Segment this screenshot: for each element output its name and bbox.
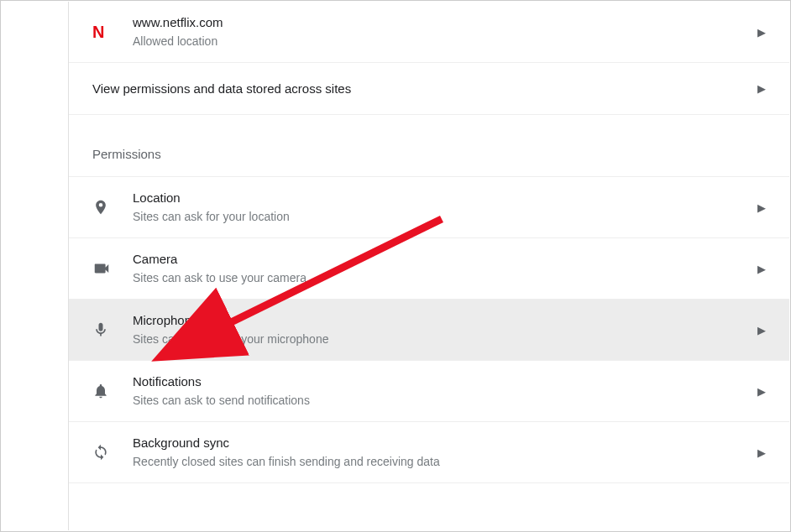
permission-subtitle: Sites can ask to use your camera <box>133 269 757 287</box>
permission-title: Background sync <box>133 434 757 451</box>
camera-icon <box>92 259 133 278</box>
permission-subtitle: Sites can ask to send notifications <box>133 392 757 409</box>
permission-title: Location <box>133 189 757 206</box>
recent-site-domain: www.netflix.com <box>133 13 757 31</box>
permission-row-location[interactable]: Location Sites can ask for your location… <box>69 176 789 238</box>
recent-site-row[interactable]: N www.netflix.com Allowed location ▶ <box>69 2 789 63</box>
permission-row-notifications[interactable]: Notifications Sites can ask to send noti… <box>69 361 789 422</box>
permission-subtitle: Sites can ask for your location <box>133 208 757 226</box>
permission-subtitle: Sites can ask to use your microphone <box>133 331 757 348</box>
chevron-right-icon: ▶ <box>757 263 773 275</box>
chevron-right-icon: ▶ <box>757 446 773 459</box>
location-icon <box>92 199 133 216</box>
settings-panel: N www.netflix.com Allowed location ▶ Vie… <box>68 2 789 530</box>
netflix-icon: N <box>92 23 133 42</box>
chevron-right-icon: ▶ <box>757 324 773 336</box>
permission-title: Notifications <box>133 373 757 390</box>
recent-site-status: Allowed location <box>133 33 757 50</box>
permission-row-microphone[interactable]: Microphone Sites can ask to use your mic… <box>69 300 789 361</box>
permission-title: Microphone <box>133 311 757 329</box>
view-all-permissions-row[interactable]: View permissions and data stored across … <box>69 63 789 115</box>
permission-row-background-sync[interactable]: Background sync Recently closed sites ca… <box>69 422 789 483</box>
microphone-icon <box>92 321 133 338</box>
chevron-right-icon: ▶ <box>757 26 773 39</box>
chevron-right-icon: ▶ <box>757 385 773 398</box>
notifications-icon <box>92 383 133 399</box>
permission-title: Camera <box>133 250 757 268</box>
permissions-section-header: Permissions <box>69 115 789 176</box>
view-all-label: View permissions and data stored across … <box>92 80 757 97</box>
permission-subtitle: Recently closed sites can finish sending… <box>133 453 757 471</box>
sync-icon <box>92 444 133 461</box>
permission-row-camera[interactable]: Camera Sites can ask to use your camera … <box>69 238 789 300</box>
chevron-right-icon: ▶ <box>757 82 773 95</box>
chevron-right-icon: ▶ <box>757 201 773 214</box>
